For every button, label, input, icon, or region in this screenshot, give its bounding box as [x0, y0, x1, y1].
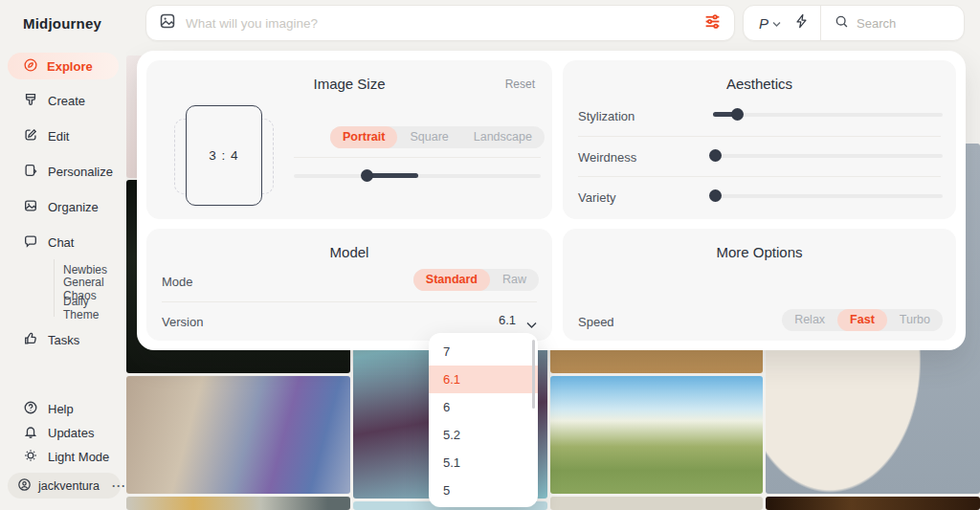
- tab-raw[interactable]: Raw: [490, 269, 539, 291]
- version-dropdown: 7 6.1 6 5.2 5.1 5: [429, 333, 538, 507]
- sidebar-item-label: Chat: [48, 235, 74, 250]
- user-menu-dots[interactable]: ···: [112, 479, 126, 493]
- dropdown-option-6-1[interactable]: 6.1: [429, 366, 538, 393]
- sidebar-item-chat[interactable]: Chat: [0, 231, 126, 254]
- weirdness-slider-knob[interactable]: [709, 149, 722, 162]
- sidebar-item-create[interactable]: Create: [0, 89, 126, 112]
- help-icon: [23, 400, 38, 418]
- username: jackventura: [38, 479, 100, 493]
- stylization-label: Stylization: [578, 109, 635, 123]
- personalization-profile-button[interactable]: P: [744, 14, 789, 32]
- variety-slider-track[interactable]: [713, 194, 943, 198]
- tab-standard[interactable]: Standard: [413, 269, 490, 291]
- sidebar-item-label: Edit: [48, 129, 69, 144]
- tab-square[interactable]: Square: [397, 126, 460, 148]
- prompt-input[interactable]: [186, 16, 694, 31]
- dropdown-option-6[interactable]: 6: [429, 393, 538, 421]
- dropdown-option-7[interactable]: 7: [429, 338, 538, 366]
- card-title: Image Size: [146, 76, 552, 92]
- image-attach-icon[interactable]: [159, 12, 176, 33]
- sidebar-item-explore[interactable]: Explore: [8, 53, 119, 79]
- fast-mode-button[interactable]: [789, 13, 820, 33]
- search-box: [820, 5, 964, 41]
- divider: [578, 136, 941, 137]
- bell-icon: [23, 424, 38, 442]
- image-icon: [23, 198, 38, 216]
- sidebar-item-tasks[interactable]: Tasks: [0, 328, 126, 351]
- sidebar-item-label: Personalize: [48, 165, 113, 179]
- gallery-image[interactable]: [126, 376, 350, 494]
- aspect-ratio-slider-knob[interactable]: [361, 169, 373, 182]
- gallery-image[interactable]: [126, 497, 350, 510]
- aesthetics-card: Aesthetics Stylization Weirdness Variety: [563, 60, 956, 219]
- tab-relax[interactable]: Relax: [782, 309, 837, 331]
- sidebar-item-updates[interactable]: Updates: [0, 421, 126, 444]
- speed-label: Speed: [578, 315, 614, 329]
- tab-landscape[interactable]: Landscape: [461, 126, 545, 148]
- sidebar-item-light-mode[interactable]: Light Mode: [0, 445, 126, 468]
- dropdown-option-5[interactable]: 5: [429, 477, 538, 504]
- sidebar-item-organize[interactable]: Organize: [0, 195, 126, 218]
- sidebar: Midjourney Explore Create Edit: [0, 0, 126, 510]
- gallery-image[interactable]: [766, 497, 980, 510]
- divider: [578, 176, 941, 177]
- divider: [162, 301, 537, 302]
- settings-sliders-icon[interactable]: [703, 12, 722, 34]
- sidebar-item-help[interactable]: Help: [0, 397, 126, 420]
- dropdown-option-5-2[interactable]: 5.2: [429, 421, 538, 449]
- personalize-icon: [23, 163, 38, 181]
- card-title: Model: [146, 244, 552, 260]
- edit-icon: [23, 127, 38, 145]
- more-options-card: More Options Speed Relax Fast Turbo: [563, 229, 956, 341]
- chevron-down-icon[interactable]: [526, 316, 537, 333]
- mode-label: Mode: [162, 275, 193, 289]
- sidebar-item-label: Updates: [48, 426, 94, 440]
- sidebar-item-daily-theme[interactable]: Daily Theme: [63, 299, 126, 316]
- speed-tabs: Relax Fast Turbo: [782, 309, 943, 331]
- tab-fast[interactable]: Fast: [837, 309, 887, 331]
- chevron-down-icon: [772, 14, 781, 32]
- mode-tabs: Standard Raw: [413, 269, 539, 291]
- weirdness-slider-track[interactable]: [713, 154, 943, 158]
- dropdown-scrollbar[interactable]: [532, 340, 535, 409]
- gallery-image[interactable]: [550, 376, 763, 494]
- stylization-slider-track[interactable]: [713, 113, 943, 117]
- search-icon: [835, 14, 849, 33]
- sidebar-item-personalize[interactable]: Personalize: [0, 160, 126, 183]
- model-card: Model Mode Standard Raw Version 6.1: [146, 229, 552, 341]
- image-size-card: Image Size Reset 3 : 4 Portrait Square L…: [146, 60, 552, 219]
- sidebar-item-label: Tasks: [48, 333, 79, 347]
- dropdown-option-5-1[interactable]: 5.1: [429, 449, 538, 477]
- sidebar-item-label: Create: [48, 94, 85, 108]
- profile-letter: P: [759, 15, 768, 32]
- lightning-bolt-icon: [794, 13, 809, 33]
- search-input[interactable]: [857, 16, 943, 31]
- user-avatar-icon: [17, 477, 32, 495]
- brush-icon: [23, 92, 38, 110]
- thumbs-up-icon: [23, 331, 38, 349]
- settings-panel: Image Size Reset 3 : 4 Portrait Square L…: [137, 51, 966, 350]
- card-title: Aesthetics: [563, 76, 956, 92]
- prompt-bar: [145, 5, 735, 41]
- sidebar-item-label: Explore: [47, 59, 93, 74]
- chat-subitems-rail: [54, 259, 55, 317]
- aspect-ratio-label: 3 : 4: [209, 148, 238, 163]
- weirdness-label: Weirdness: [578, 150, 636, 165]
- app-logo: Midjourney: [23, 15, 101, 32]
- version-value[interactable]: 6.1: [499, 313, 516, 327]
- gallery-image[interactable]: [550, 497, 763, 510]
- reset-button[interactable]: Reset: [505, 78, 535, 91]
- sun-icon: [23, 448, 38, 466]
- sidebar-item-edit[interactable]: Edit: [0, 124, 126, 147]
- user-account-button[interactable]: jackventura ···: [8, 473, 121, 499]
- tab-turbo[interactable]: Turbo: [887, 309, 943, 331]
- variety-slider-knob[interactable]: [709, 189, 722, 202]
- aspect-ratio-tabs: Portrait Square Landscape: [330, 126, 545, 148]
- chat-icon: [23, 233, 38, 252]
- card-title: More Options: [563, 244, 956, 260]
- aspect-ratio-preview[interactable]: 3 : 4: [186, 105, 262, 206]
- aspect-ratio-slider-fill: [367, 173, 418, 178]
- tab-portrait[interactable]: Portrait: [330, 126, 397, 148]
- topbar-right-group: P: [743, 5, 965, 41]
- stylization-slider-knob[interactable]: [731, 108, 744, 121]
